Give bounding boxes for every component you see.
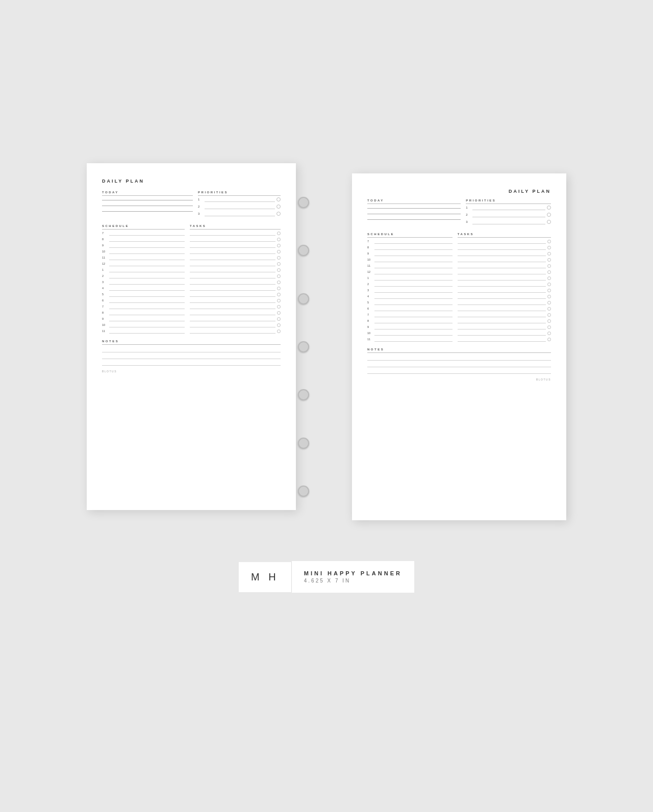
right-notes-section: NOTES bbox=[367, 348, 551, 374]
left-footer-brand: BLOTUS bbox=[102, 370, 281, 373]
priority-circle bbox=[277, 205, 281, 209]
task-circle bbox=[547, 289, 551, 292]
task-circle bbox=[547, 332, 551, 335]
right-tasks-label: TASKS bbox=[458, 233, 551, 236]
right-today-col: TODAY bbox=[367, 199, 461, 226]
task-circle bbox=[547, 338, 551, 341]
task-circle bbox=[277, 250, 281, 253]
task-circle bbox=[547, 246, 551, 249]
left-schedule-col: SCHEDULE 7 8 9 10 11 12 1 2 3 4 5 6 7 8 bbox=[102, 224, 185, 335]
left-schedule-label: SCHEDULE bbox=[102, 224, 185, 227]
brand-title: MINI HAPPY PLANNER bbox=[304, 570, 402, 576]
right-notes-label: NOTES bbox=[367, 348, 551, 351]
task-circle bbox=[277, 232, 281, 235]
task-circle bbox=[277, 262, 281, 266]
priority-circle bbox=[547, 213, 551, 217]
right-priority-2: 2 bbox=[466, 212, 551, 217]
ring-3 bbox=[298, 293, 309, 304]
task-circle bbox=[547, 313, 551, 317]
task-circle bbox=[547, 325, 551, 329]
task-circle bbox=[277, 317, 281, 321]
right-priorities-col: PRIORITIES 1 2 3 bbox=[466, 199, 551, 226]
left-notes-label: NOTES bbox=[102, 340, 281, 343]
task-circle bbox=[277, 293, 281, 296]
priority-circle bbox=[547, 220, 551, 224]
right-planner-title: DAILY PLAN bbox=[367, 189, 551, 194]
brand-logo-box: M H bbox=[239, 562, 292, 592]
planner-right: DAILY PLAN TODAY PRIORITIES 1 bbox=[352, 173, 566, 520]
task-circle bbox=[547, 240, 551, 243]
task-circle bbox=[277, 274, 281, 278]
task-circle bbox=[277, 299, 281, 302]
right-priority-1: 1 bbox=[466, 205, 551, 210]
left-top-section: TODAY PRIORITIES 1 2 bbox=[102, 191, 281, 218]
left-priorities-label: PRIORITIES bbox=[198, 191, 281, 194]
left-priorities-col: PRIORITIES 1 2 3 bbox=[198, 191, 281, 218]
ring-2 bbox=[298, 245, 309, 256]
brand-subtitle: 4.625 X 7 IN bbox=[304, 578, 402, 583]
task-circle bbox=[277, 311, 281, 315]
ring-7 bbox=[298, 486, 309, 497]
task-circle bbox=[277, 287, 281, 290]
right-priorities-label: PRIORITIES bbox=[466, 199, 551, 202]
task-circle bbox=[547, 276, 551, 280]
ring-1 bbox=[298, 197, 309, 208]
right-today-label: TODAY bbox=[367, 199, 461, 202]
right-footer-brand: BLOTUS bbox=[367, 378, 551, 381]
task-circle bbox=[277, 256, 281, 260]
left-today-label: TODAY bbox=[102, 191, 193, 194]
task-circle bbox=[277, 329, 281, 333]
task-circle bbox=[547, 319, 551, 323]
left-today-col: TODAY bbox=[102, 191, 193, 218]
left-planner-title: DAILY PLAN bbox=[102, 179, 281, 184]
task-circle bbox=[547, 252, 551, 256]
left-tasks-col: TASKS bbox=[190, 224, 281, 335]
bottom-branding: M H MINI HAPPY PLANNER 4.625 X 7 IN bbox=[239, 561, 414, 593]
left-priority-3: 3 bbox=[198, 211, 281, 216]
ring-4 bbox=[298, 341, 309, 352]
task-circle bbox=[547, 307, 551, 311]
right-tasks-col: TASKS bbox=[458, 233, 551, 343]
task-circle bbox=[547, 283, 551, 286]
task-circle bbox=[277, 268, 281, 272]
main-container: DAILY PLAN TODAY PRIORITIES 1 bbox=[0, 0, 653, 593]
right-bottom-section: SCHEDULE 7 8 9 10 11 12 1 2 3 4 5 6 7 8 bbox=[367, 233, 551, 343]
task-circle bbox=[547, 270, 551, 274]
task-circle bbox=[277, 281, 281, 284]
left-tasks-label: TASKS bbox=[190, 224, 281, 227]
left-bottom-section: SCHEDULE 7 8 9 10 11 12 1 2 3 4 5 6 7 8 bbox=[102, 224, 281, 335]
left-priority-1: 1 bbox=[198, 197, 281, 202]
right-top-section: TODAY PRIORITIES 1 2 bbox=[367, 199, 551, 226]
right-schedule-col: SCHEDULE 7 8 9 10 11 12 1 2 3 4 5 6 7 8 bbox=[367, 233, 453, 343]
priority-circle bbox=[277, 197, 281, 201]
task-circle bbox=[547, 301, 551, 304]
ring-5 bbox=[298, 389, 309, 400]
task-circle bbox=[277, 323, 281, 327]
ring-6 bbox=[298, 438, 309, 449]
priority-circle bbox=[547, 206, 551, 210]
right-priority-3: 3 bbox=[466, 219, 551, 224]
brand-text-box: MINI HAPPY PLANNER 4.625 X 7 IN bbox=[292, 561, 414, 593]
planner-left: DAILY PLAN TODAY PRIORITIES 1 bbox=[87, 163, 296, 510]
priority-circle bbox=[277, 212, 281, 216]
task-circle bbox=[277, 244, 281, 247]
task-circle bbox=[547, 295, 551, 298]
task-circle bbox=[277, 305, 281, 309]
left-notes-section: NOTES bbox=[102, 340, 281, 366]
right-schedule-label: SCHEDULE bbox=[367, 233, 453, 236]
brand-mh-logo: M H bbox=[251, 571, 279, 583]
task-circle bbox=[547, 258, 551, 262]
planners-row: DAILY PLAN TODAY PRIORITIES 1 bbox=[87, 163, 566, 520]
task-circle bbox=[277, 238, 281, 241]
task-circle bbox=[547, 264, 551, 268]
rings-container bbox=[296, 173, 311, 520]
left-priority-2: 2 bbox=[198, 204, 281, 209]
